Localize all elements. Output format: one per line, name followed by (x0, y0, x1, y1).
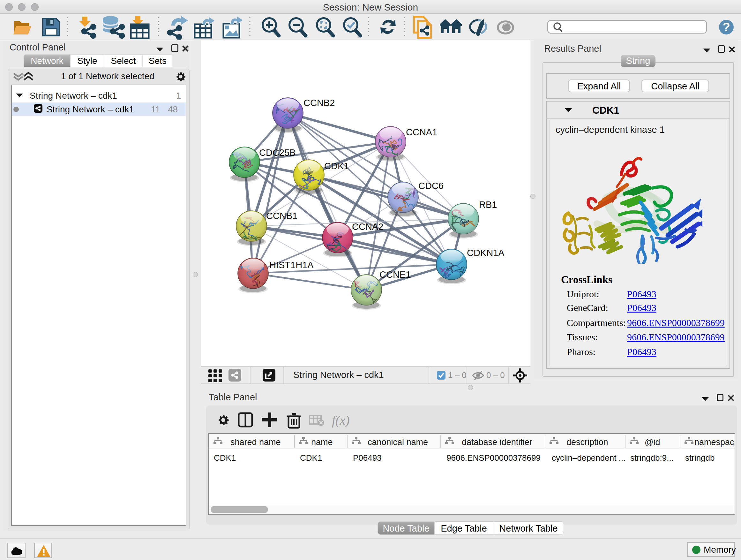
svg-text:CDC6: CDC6 (418, 181, 444, 191)
svg-text:HIST1H1A: HIST1H1A (269, 260, 314, 270)
svg-text:f(x): f(x) (332, 413, 350, 428)
svg-text:?: ? (723, 20, 730, 34)
svg-text:CCNA2: CCNA2 (352, 222, 383, 232)
svg-text:CCNB1: CCNB1 (266, 211, 297, 221)
svg-text:CCNB2: CCNB2 (304, 98, 335, 108)
svg-text:CDK1: CDK1 (324, 161, 349, 171)
svg-text:CCNA1: CCNA1 (406, 127, 437, 137)
svg-text:CDKN1A: CDKN1A (467, 248, 504, 258)
svg-text:CCNE1: CCNE1 (380, 269, 411, 280)
svg-text:CDC25B: CDC25B (259, 147, 295, 158)
svg-text:RB1: RB1 (479, 199, 497, 210)
